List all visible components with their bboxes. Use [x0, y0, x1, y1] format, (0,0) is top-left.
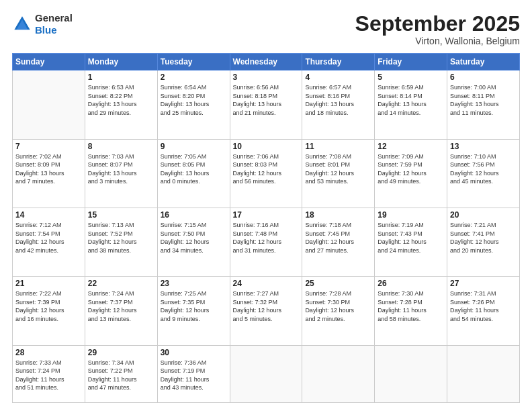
calendar-cell: 15Sunrise: 7:13 AM Sunset: 7:52 PM Dayli… [85, 208, 157, 276]
day-number: 13 [450, 142, 517, 151]
day-number: 15 [88, 210, 154, 220]
day-number: 6 [450, 73, 517, 82]
title-block: September 2025 Virton, Wallonia, Belgium [355, 12, 520, 46]
calendar-cell: 28Sunrise: 7:33 AM Sunset: 7:24 PM Dayli… [13, 345, 85, 402]
day-info: Sunrise: 7:16 AM Sunset: 7:48 PM Dayligh… [233, 221, 300, 255]
calendar-cell: 21Sunrise: 7:22 AM Sunset: 7:39 PM Dayli… [13, 277, 85, 345]
day-info: Sunrise: 7:31 AM Sunset: 7:26 PM Dayligh… [450, 289, 517, 323]
day-number: 17 [233, 210, 300, 220]
day-number: 7 [15, 142, 82, 151]
weekday-header-friday: Friday [375, 54, 447, 71]
day-info: Sunrise: 7:21 AM Sunset: 7:41 PM Dayligh… [450, 221, 517, 255]
weekday-header-sunday: Sunday [13, 54, 85, 71]
day-info: Sunrise: 7:03 AM Sunset: 8:07 PM Dayligh… [88, 152, 154, 186]
day-info: Sunrise: 7:36 AM Sunset: 7:19 PM Dayligh… [161, 359, 227, 392]
month-title: September 2025 [355, 12, 520, 36]
day-info: Sunrise: 7:22 AM Sunset: 7:39 PM Dayligh… [15, 289, 82, 323]
day-number: 29 [88, 348, 154, 357]
calendar-cell: 17Sunrise: 7:16 AM Sunset: 7:48 PM Dayli… [230, 208, 302, 276]
calendar-cell: 18Sunrise: 7:18 AM Sunset: 7:45 PM Dayli… [302, 208, 375, 276]
weekday-header-tuesday: Tuesday [157, 54, 230, 71]
day-info: Sunrise: 7:06 AM Sunset: 8:03 PM Dayligh… [233, 152, 300, 186]
day-number: 2 [161, 73, 227, 82]
day-number: 28 [15, 348, 82, 357]
day-info: Sunrise: 7:13 AM Sunset: 7:52 PM Dayligh… [88, 221, 154, 255]
day-number: 9 [161, 142, 227, 151]
day-info: Sunrise: 7:30 AM Sunset: 7:28 PM Dayligh… [378, 289, 444, 323]
day-number: 11 [305, 142, 371, 151]
day-number: 20 [450, 210, 517, 220]
day-number: 30 [161, 348, 227, 357]
calendar-cell [447, 345, 520, 402]
calendar-cell: 16Sunrise: 7:15 AM Sunset: 7:50 PM Dayli… [157, 208, 230, 276]
logo-icon [12, 14, 32, 34]
day-info: Sunrise: 7:08 AM Sunset: 8:01 PM Dayligh… [305, 152, 371, 186]
day-info: Sunrise: 7:25 AM Sunset: 7:35 PM Dayligh… [161, 289, 227, 323]
header: General Blue September 2025 Virton, Wall… [12, 12, 520, 46]
day-info: Sunrise: 7:34 AM Sunset: 7:22 PM Dayligh… [88, 359, 154, 392]
day-number: 18 [305, 210, 371, 220]
day-info: Sunrise: 7:02 AM Sunset: 8:09 PM Dayligh… [15, 152, 82, 186]
calendar-cell: 10Sunrise: 7:06 AM Sunset: 8:03 PM Dayli… [230, 139, 302, 208]
calendar-cell [302, 345, 375, 402]
calendar-week-row: 1Sunrise: 6:53 AM Sunset: 8:22 PM Daylig… [13, 71, 520, 139]
day-number: 4 [305, 73, 371, 82]
calendar-cell [230, 345, 302, 402]
calendar-cell [13, 71, 85, 139]
day-number: 23 [161, 279, 227, 288]
day-number: 5 [378, 73, 444, 82]
calendar-cell: 29Sunrise: 7:34 AM Sunset: 7:22 PM Dayli… [85, 345, 157, 402]
logo-text: General Blue [35, 12, 73, 36]
calendar-header-row: SundayMondayTuesdayWednesdayThursdayFrid… [13, 54, 520, 71]
location-subtitle: Virton, Wallonia, Belgium [355, 36, 520, 46]
day-number: 8 [88, 142, 154, 151]
calendar-cell: 22Sunrise: 7:24 AM Sunset: 7:37 PM Dayli… [85, 277, 157, 345]
calendar-cell: 8Sunrise: 7:03 AM Sunset: 8:07 PM Daylig… [85, 139, 157, 208]
calendar-cell: 1Sunrise: 6:53 AM Sunset: 8:22 PM Daylig… [85, 71, 157, 139]
day-number: 3 [233, 73, 300, 82]
calendar-cell: 23Sunrise: 7:25 AM Sunset: 7:35 PM Dayli… [157, 277, 230, 345]
day-info: Sunrise: 7:18 AM Sunset: 7:45 PM Dayligh… [305, 221, 371, 255]
day-number: 19 [378, 210, 444, 220]
calendar-cell: 7Sunrise: 7:02 AM Sunset: 8:09 PM Daylig… [13, 139, 85, 208]
weekday-header-thursday: Thursday [302, 54, 375, 71]
calendar-cell: 11Sunrise: 7:08 AM Sunset: 8:01 PM Dayli… [302, 139, 375, 208]
day-number: 1 [88, 73, 154, 82]
calendar-cell: 26Sunrise: 7:30 AM Sunset: 7:28 PM Dayli… [375, 277, 447, 345]
day-number: 16 [161, 210, 227, 220]
day-info: Sunrise: 7:05 AM Sunset: 8:05 PM Dayligh… [161, 152, 227, 186]
page: General Blue September 2025 Virton, Wall… [0, 0, 532, 411]
day-info: Sunrise: 7:19 AM Sunset: 7:43 PM Dayligh… [378, 221, 444, 255]
day-number: 21 [15, 279, 82, 288]
weekday-header-saturday: Saturday [447, 54, 520, 71]
calendar-cell: 9Sunrise: 7:05 AM Sunset: 8:05 PM Daylig… [157, 139, 230, 208]
day-info: Sunrise: 7:27 AM Sunset: 7:32 PM Dayligh… [233, 289, 300, 323]
calendar-cell [375, 345, 447, 402]
day-info: Sunrise: 7:28 AM Sunset: 7:30 PM Dayligh… [305, 289, 371, 323]
calendar-cell: 3Sunrise: 6:56 AM Sunset: 8:18 PM Daylig… [230, 71, 302, 139]
day-number: 24 [233, 279, 300, 288]
calendar-cell: 2Sunrise: 6:54 AM Sunset: 8:20 PM Daylig… [157, 71, 230, 139]
day-number: 22 [88, 279, 154, 288]
calendar-cell: 4Sunrise: 6:57 AM Sunset: 8:16 PM Daylig… [302, 71, 375, 139]
calendar-cell: 24Sunrise: 7:27 AM Sunset: 7:32 PM Dayli… [230, 277, 302, 345]
calendar-cell: 12Sunrise: 7:09 AM Sunset: 7:59 PM Dayli… [375, 139, 447, 208]
day-info: Sunrise: 6:56 AM Sunset: 8:18 PM Dayligh… [233, 83, 300, 117]
day-info: Sunrise: 6:54 AM Sunset: 8:20 PM Dayligh… [161, 83, 227, 117]
calendar-cell: 14Sunrise: 7:12 AM Sunset: 7:54 PM Dayli… [13, 208, 85, 276]
day-info: Sunrise: 7:12 AM Sunset: 7:54 PM Dayligh… [15, 221, 82, 255]
calendar-cell: 30Sunrise: 7:36 AM Sunset: 7:19 PM Dayli… [157, 345, 230, 402]
calendar-cell: 20Sunrise: 7:21 AM Sunset: 7:41 PM Dayli… [447, 208, 520, 276]
weekday-header-wednesday: Wednesday [230, 54, 302, 71]
day-info: Sunrise: 7:09 AM Sunset: 7:59 PM Dayligh… [378, 152, 444, 186]
day-info: Sunrise: 7:33 AM Sunset: 7:24 PM Dayligh… [15, 359, 82, 392]
calendar-week-row: 21Sunrise: 7:22 AM Sunset: 7:39 PM Dayli… [13, 277, 520, 345]
calendar-cell: 25Sunrise: 7:28 AM Sunset: 7:30 PM Dayli… [302, 277, 375, 345]
day-info: Sunrise: 6:57 AM Sunset: 8:16 PM Dayligh… [305, 83, 371, 117]
calendar-cell: 27Sunrise: 7:31 AM Sunset: 7:26 PM Dayli… [447, 277, 520, 345]
day-number: 10 [233, 142, 300, 151]
calendar-cell: 19Sunrise: 7:19 AM Sunset: 7:43 PM Dayli… [375, 208, 447, 276]
calendar-cell: 6Sunrise: 7:00 AM Sunset: 8:11 PM Daylig… [447, 71, 520, 139]
day-info: Sunrise: 6:53 AM Sunset: 8:22 PM Dayligh… [88, 83, 154, 117]
calendar-table: SundayMondayTuesdayWednesdayThursdayFrid… [12, 53, 520, 403]
